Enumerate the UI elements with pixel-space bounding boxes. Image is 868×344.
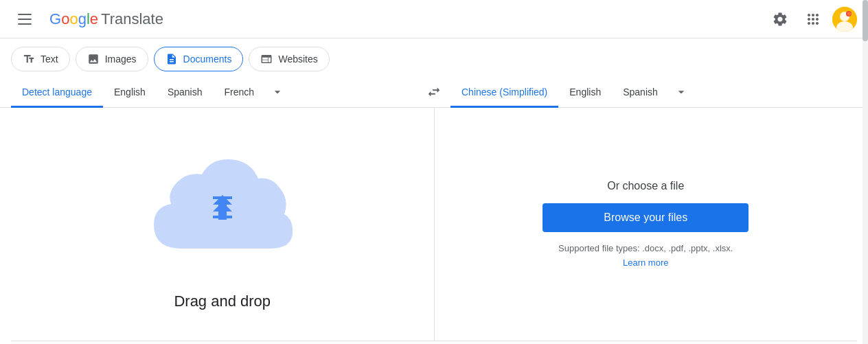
target-chinese-btn[interactable]: Chinese (Simplified) bbox=[450, 78, 558, 108]
target-lang-panel: Chinese (Simplified) English Spanish bbox=[450, 77, 857, 107]
chevron-down-icon-2 bbox=[674, 85, 688, 99]
source-spanish-btn[interactable]: Spanish bbox=[157, 78, 214, 108]
learn-more-link[interactable]: Learn more bbox=[623, 257, 668, 268]
text-icon bbox=[23, 53, 35, 65]
scrollbar[interactable] bbox=[863, 0, 868, 344]
svg-rect-4 bbox=[213, 216, 232, 218]
upload-arrow-icon bbox=[206, 191, 239, 224]
mode-tabs: Text Images Documents Websites bbox=[0, 38, 868, 71]
tab-websites[interactable]: Websites bbox=[249, 47, 329, 71]
language-bar: Detect language English Spanish French C… bbox=[0, 77, 868, 108]
source-french-btn[interactable]: French bbox=[213, 78, 265, 108]
header: Google Translate bbox=[0, 0, 868, 38]
image-icon bbox=[87, 53, 100, 65]
logo-google: Google bbox=[49, 10, 98, 28]
chevron-down-icon bbox=[271, 85, 284, 99]
logo-translate: Translate bbox=[101, 10, 163, 28]
tab-text[interactable]: Text bbox=[11, 47, 70, 71]
apps-icon bbox=[805, 11, 821, 27]
menu-button[interactable] bbox=[11, 5, 38, 33]
target-spanish-btn[interactable]: Spanish bbox=[612, 78, 669, 108]
document-icon bbox=[165, 53, 178, 65]
website-icon bbox=[260, 53, 273, 65]
source-lang-panel: Detect language English Spanish French bbox=[11, 77, 418, 107]
or-choose-label: Or choose a file bbox=[607, 180, 684, 192]
target-english-btn[interactable]: English bbox=[558, 78, 612, 108]
main-translation-area: Drag and drop Or choose a file Browse yo… bbox=[11, 108, 857, 341]
drag-drop-label: Drag and drop bbox=[174, 293, 271, 310]
browse-files-button[interactable]: Browse your files bbox=[542, 203, 749, 232]
settings-button[interactable] bbox=[766, 5, 794, 33]
cloud-upload-area[interactable] bbox=[133, 139, 312, 276]
drag-drop-panel[interactable]: Drag and drop bbox=[11, 108, 435, 341]
source-more-langs-btn[interactable] bbox=[265, 77, 290, 107]
supported-types: Supported file types: .docx, .pdf, .pptx… bbox=[558, 243, 733, 268]
tab-documents[interactable]: Documents bbox=[154, 47, 244, 71]
apps-button[interactable] bbox=[799, 5, 827, 33]
swap-icon bbox=[426, 84, 442, 100]
scrollbar-thumb[interactable] bbox=[863, 0, 868, 41]
header-left: Google Translate bbox=[11, 5, 163, 33]
tab-images[interactable]: Images bbox=[76, 47, 148, 71]
avatar-icon bbox=[832, 7, 857, 32]
target-more-langs-btn[interactable] bbox=[669, 77, 694, 107]
source-english-btn[interactable]: English bbox=[103, 78, 157, 108]
menu-icon bbox=[12, 8, 37, 30]
gear-icon bbox=[772, 11, 788, 27]
header-right bbox=[766, 5, 857, 33]
footer: Powered by Google Cloud Translation bbox=[0, 341, 868, 344]
source-detect-lang-btn[interactable]: Detect language bbox=[11, 78, 103, 108]
choose-file-panel: Or choose a file Browse your files Suppo… bbox=[435, 108, 858, 341]
avatar[interactable] bbox=[832, 7, 857, 32]
swap-languages-button[interactable] bbox=[418, 77, 450, 107]
upload-icon bbox=[206, 191, 239, 224]
logo[interactable]: Google Translate bbox=[49, 10, 163, 28]
